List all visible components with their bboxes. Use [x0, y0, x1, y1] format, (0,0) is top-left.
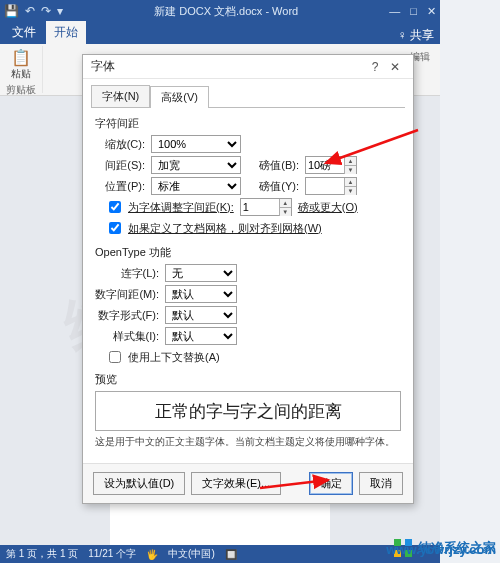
- position-select[interactable]: 标准: [151, 177, 241, 195]
- position-pt-input[interactable]: ▲▼: [305, 177, 357, 195]
- snapgrid-checkbox[interactable]: 如果定义了文档网格，则对齐到网格(W): [105, 219, 322, 237]
- ribbon-tabs: 文件 开始 ♀ 共享: [0, 22, 440, 44]
- section-opentype: OpenType 功能: [95, 245, 401, 260]
- preview-hint: 这是用于中文的正文主题字体。当前文档主题定义将使用哪种字体。: [95, 435, 401, 449]
- ligature-label: 连字(L):: [95, 266, 159, 281]
- undo-icon[interactable]: ↶: [25, 4, 35, 18]
- numform-select[interactable]: 默认: [165, 306, 237, 324]
- position-label: 位置(P):: [95, 179, 145, 194]
- dialog-title: 字体: [91, 58, 365, 75]
- redo-icon[interactable]: ↷: [41, 4, 51, 18]
- spacing-pt-label: 磅值(B):: [253, 158, 299, 173]
- tab-font-basic[interactable]: 字体(N): [91, 85, 150, 107]
- spin-down-icon[interactable]: ▼: [344, 187, 356, 195]
- kerning-checkbox[interactable]: 为字体调整字间距(K):: [105, 198, 234, 216]
- quick-access-toolbar: 💾 ↶ ↷ ▾: [4, 4, 63, 18]
- scale-label: 缩放(C):: [95, 137, 145, 152]
- dialog-titlebar: 字体 ? ✕: [83, 55, 413, 79]
- close-window-icon[interactable]: ✕: [427, 5, 436, 18]
- paste-button[interactable]: 📋 粘贴: [11, 48, 31, 81]
- spin-down-icon[interactable]: ▼: [344, 166, 356, 174]
- status-proof-icon[interactable]: 🖐: [146, 549, 158, 560]
- position-pt-label: 磅值(Y):: [253, 179, 299, 194]
- dialog-body: 字符间距 缩放(C): 100% 间距(S): 加宽 磅值(B): ▲▼ 位置(…: [83, 108, 413, 463]
- tab-file[interactable]: 文件: [4, 21, 44, 44]
- styleset-label: 样式集(I):: [95, 329, 159, 344]
- spin-up-icon[interactable]: ▲: [344, 157, 356, 166]
- spin-up-icon[interactable]: ▲: [279, 199, 291, 208]
- tab-home[interactable]: 开始: [46, 21, 86, 44]
- section-preview: 预览: [95, 372, 401, 387]
- kerning-pt-field[interactable]: [241, 199, 279, 215]
- spin-up-icon[interactable]: ▲: [344, 178, 356, 187]
- contextual-checkbox[interactable]: 使用上下文替换(A): [105, 348, 220, 366]
- statusbar: 第 1 页，共 1 页 11/21 个字 🖐 中文(中国) 🔲: [0, 545, 440, 563]
- kerning-suffix: 磅或更大(O): [298, 200, 358, 215]
- spacing-label: 间距(S):: [95, 158, 145, 173]
- font-dialog: 字体 ? ✕ 字体(N) 高级(V) 字符间距 缩放(C): 100% 间距(S…: [82, 54, 414, 504]
- tab-font-advanced[interactable]: 高级(V): [150, 86, 209, 108]
- kerning-label: 为字体调整字间距(K):: [128, 200, 234, 215]
- snapgrid-check-input[interactable]: [109, 222, 121, 234]
- dialog-help-icon[interactable]: ?: [365, 60, 385, 74]
- clipboard-group-label: 剪贴板: [6, 83, 36, 97]
- kerning-pt-input[interactable]: ▲▼: [240, 198, 292, 216]
- kerning-check-input[interactable]: [109, 201, 121, 213]
- numspacing-label: 数字间距(M):: [95, 287, 159, 302]
- numspacing-select[interactable]: 默认: [165, 285, 237, 303]
- maximize-icon[interactable]: □: [410, 5, 417, 18]
- status-page[interactable]: 第 1 页，共 1 页: [6, 547, 78, 561]
- dialog-close-icon[interactable]: ✕: [385, 60, 405, 74]
- status-insert-mode[interactable]: 🔲: [225, 549, 237, 560]
- clipboard-group: 📋 粘贴 剪贴板: [4, 46, 43, 93]
- spacing-pt-field[interactable]: [306, 157, 344, 173]
- set-default-button[interactable]: 设为默认值(D): [93, 472, 185, 495]
- position-pt-field[interactable]: [306, 178, 344, 194]
- styleset-select[interactable]: 默认: [165, 327, 237, 345]
- dialog-buttons: 设为默认值(D) 文字效果(E)... 确定 取消: [83, 463, 413, 503]
- share-button[interactable]: ♀ 共享: [398, 27, 434, 44]
- spacing-pt-input[interactable]: ▲▼: [305, 156, 357, 174]
- paste-icon: 📋: [11, 48, 31, 67]
- preview-box: 正常的字与字之间的距离: [95, 391, 401, 431]
- scale-select[interactable]: 100%: [151, 135, 241, 153]
- titlebar: 💾 ↶ ↷ ▾ 新建 DOCX 文档.docx - Word — □ ✕: [0, 0, 440, 22]
- snapgrid-label: 如果定义了文档网格，则对齐到网格(W): [128, 221, 322, 236]
- numform-label: 数字形式(F):: [95, 308, 159, 323]
- status-language[interactable]: 中文(中国): [168, 547, 215, 561]
- cancel-button[interactable]: 取消: [359, 472, 403, 495]
- window-title: 新建 DOCX 文档.docx - Word: [63, 4, 389, 19]
- paste-label: 粘贴: [11, 67, 31, 81]
- section-char-spacing: 字符间距: [95, 116, 401, 131]
- spin-down-icon[interactable]: ▼: [279, 208, 291, 216]
- ok-button[interactable]: 确定: [309, 472, 353, 495]
- save-icon[interactable]: 💾: [4, 4, 19, 18]
- text-effects-button[interactable]: 文字效果(E)...: [191, 472, 281, 495]
- dialog-tabs: 字体(N) 高级(V): [83, 79, 413, 107]
- status-wordcount[interactable]: 11/21 个字: [88, 547, 136, 561]
- minimize-icon[interactable]: —: [389, 5, 400, 18]
- ligature-select[interactable]: 无: [165, 264, 237, 282]
- contextual-label: 使用上下文替换(A): [128, 350, 220, 365]
- contextual-check-input[interactable]: [109, 351, 121, 363]
- spacing-select[interactable]: 加宽: [151, 156, 241, 174]
- brand-url: www.ycwrjzy.com: [386, 542, 496, 557]
